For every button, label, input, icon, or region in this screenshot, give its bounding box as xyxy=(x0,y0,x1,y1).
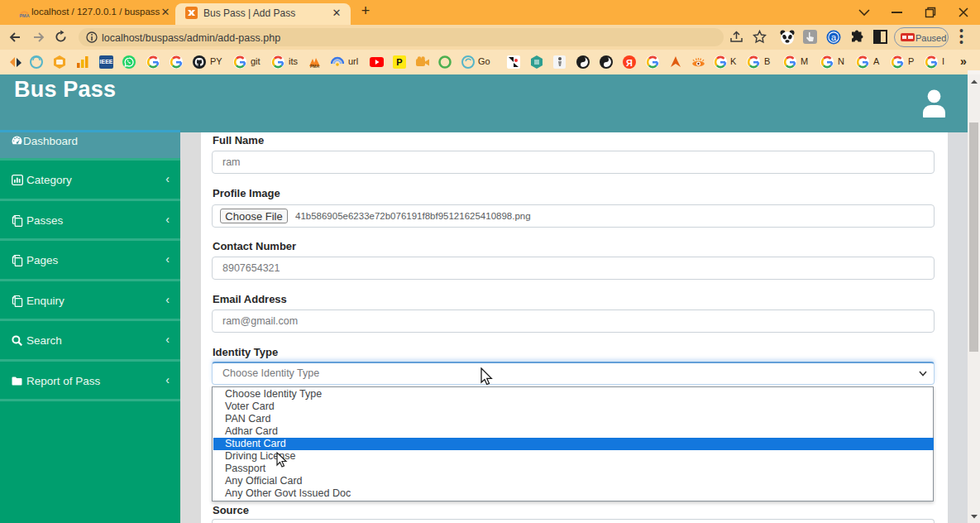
svg-text:Я: Я xyxy=(626,58,633,68)
svg-text:a: a xyxy=(831,32,837,42)
svg-text:PMA: PMA xyxy=(310,64,320,69)
svg-text:PMA: PMA xyxy=(19,13,29,18)
